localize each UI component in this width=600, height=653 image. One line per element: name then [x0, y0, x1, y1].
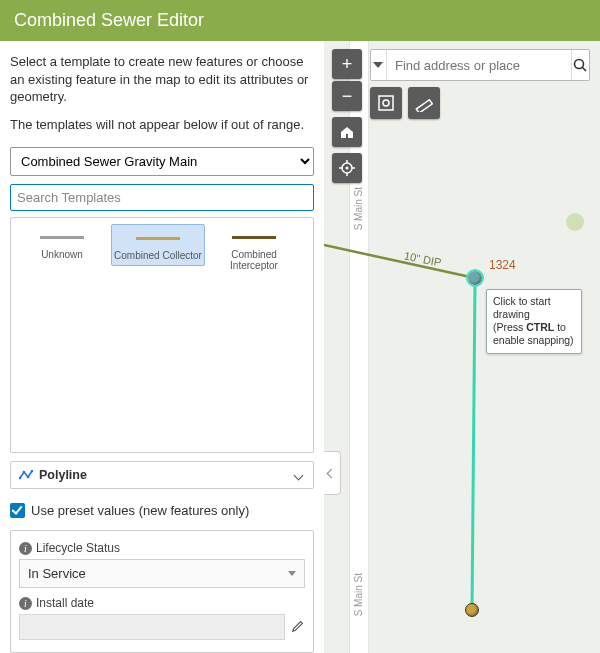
app-title: Combined Sewer Editor	[14, 10, 204, 30]
home-button[interactable]	[332, 117, 362, 147]
basemap-icon	[377, 94, 395, 112]
zoom-in-button[interactable]: +	[332, 49, 362, 79]
template-combined-interceptor[interactable]: Combined Interceptor	[207, 224, 301, 275]
polyline-icon	[19, 470, 33, 480]
install-date-label-row: i Install date	[19, 596, 305, 610]
node-id-label: 1324	[489, 258, 516, 272]
template-label: Combined Interceptor	[230, 249, 278, 271]
measure-button[interactable]	[408, 87, 440, 119]
home-icon	[339, 124, 355, 140]
preset-label: Use preset values (new features only)	[31, 503, 249, 518]
svg-line-13	[583, 68, 587, 72]
svg-rect-16	[416, 100, 432, 112]
svg-line-4	[324, 245, 475, 278]
map-search-bar	[370, 49, 590, 81]
map-search-input[interactable]	[387, 50, 571, 80]
lifecycle-label-row: i Lifecycle Status	[19, 541, 305, 555]
tooltip-ctrl: CTRL	[526, 321, 554, 333]
install-date-label: Install date	[36, 596, 94, 610]
template-label: Combined Collector	[114, 250, 202, 261]
svg-point-7	[346, 167, 349, 170]
svg-rect-14	[379, 96, 393, 110]
template-search-input[interactable]	[10, 184, 314, 211]
install-date-input[interactable]	[19, 614, 285, 640]
zoom-controls: + −	[332, 49, 362, 111]
search-button[interactable]	[571, 50, 589, 80]
template-label: Unknown	[41, 249, 83, 260]
template-list: Unknown Combined Collector Combined Inte…	[10, 217, 314, 453]
template-unknown[interactable]: Unknown	[15, 224, 109, 264]
lifecycle-select[interactable]: In Service	[19, 559, 305, 588]
editor-panel: Select a template to create new features…	[0, 41, 324, 653]
map-tools	[370, 87, 440, 119]
template-swatch	[232, 236, 276, 239]
preset-values-checkbox[interactable]: Use preset values (new features only)	[10, 503, 314, 518]
home-control	[332, 117, 362, 147]
draw-tooltip: Click to start drawing (Press CTRL to en…	[486, 289, 582, 354]
layer-select[interactable]: Combined Sewer Gravity Main	[10, 147, 314, 176]
template-combined-collector[interactable]: Combined Collector	[111, 224, 205, 266]
panel-collapse-button[interactable]	[324, 451, 341, 495]
tooltip-line1: Click to start drawing	[493, 295, 551, 320]
info-icon[interactable]: i	[19, 542, 32, 555]
svg-point-12	[575, 60, 584, 69]
edit-icon[interactable]	[291, 619, 305, 636]
checkbox-icon	[10, 503, 25, 518]
template-swatch	[136, 237, 180, 240]
chevron-down-icon	[294, 470, 304, 480]
manhole-node[interactable]	[468, 271, 482, 285]
preset-fields: i Lifecycle Status In Service i Install …	[10, 530, 314, 653]
minus-icon: −	[342, 86, 353, 107]
tooltip-line2a: (Press	[493, 321, 526, 333]
svg-point-2	[27, 476, 30, 479]
locate-control	[332, 153, 362, 183]
map-canvas[interactable]: S Main St S Main St 10" DIP 1324 Click t…	[324, 41, 600, 653]
geometry-label: Polyline	[39, 468, 87, 482]
locate-button[interactable]	[332, 153, 362, 183]
dropdown-arrow-icon	[373, 62, 383, 68]
svg-point-1	[23, 471, 26, 474]
dropdown-arrow-icon	[288, 571, 296, 576]
basemap-button[interactable]	[370, 87, 402, 119]
range-note-text: The templates will not appear below if o…	[10, 116, 314, 134]
info-icon[interactable]: i	[19, 597, 32, 610]
intro-text: Select a template to create new features…	[10, 53, 314, 106]
main-layout: Select a template to create new features…	[0, 41, 600, 653]
lifecycle-label: Lifecycle Status	[36, 541, 120, 555]
ruler-icon	[415, 94, 433, 112]
lifecycle-value: In Service	[28, 566, 86, 581]
app-header: Combined Sewer Editor	[0, 0, 600, 41]
zoom-out-button[interactable]: −	[332, 81, 362, 111]
manhole-node[interactable]	[465, 603, 479, 617]
template-swatch	[40, 236, 84, 239]
locate-icon	[339, 160, 355, 176]
plus-icon: +	[342, 54, 353, 75]
chevron-left-icon	[327, 468, 337, 478]
svg-line-5	[472, 281, 475, 611]
svg-point-15	[383, 100, 389, 106]
search-icon	[572, 57, 588, 73]
geometry-tool-select[interactable]: Polyline	[10, 461, 314, 489]
search-source-dropdown[interactable]	[371, 50, 387, 80]
